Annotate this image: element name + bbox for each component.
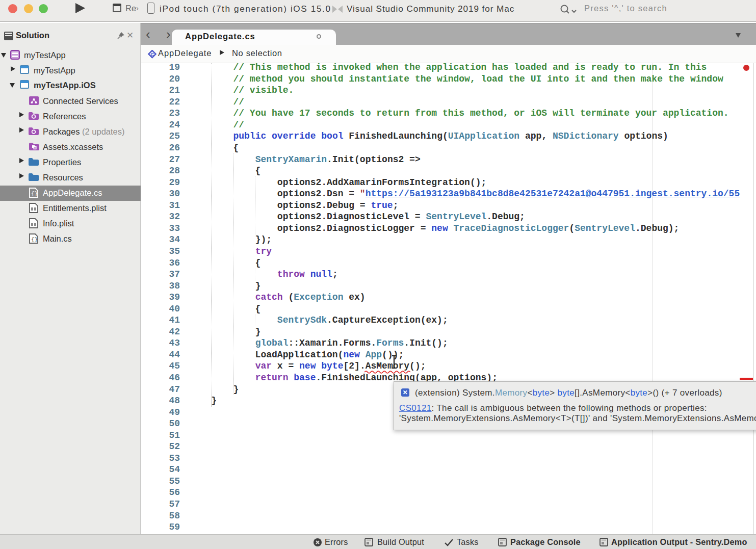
svg-text:C: C [151,52,154,57]
svg-text:{}: {} [31,191,38,197]
svg-text:{}: {} [31,237,38,243]
